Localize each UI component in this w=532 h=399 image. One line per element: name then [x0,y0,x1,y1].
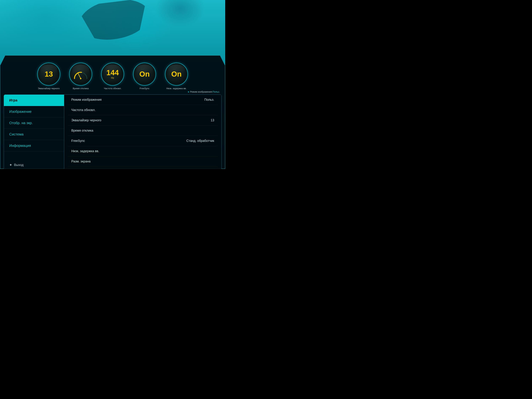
gauge-circle-latency: On [165,63,188,86]
sidebar-item-system[interactable]: Система [4,129,64,140]
menu-row-black-eq-value: 13 [211,119,214,122]
gauge-circle-response [69,63,92,86]
menu-row-freesync-label: FreeSync [71,139,186,143]
menu-row-save[interactable]: Сохран. настройки [68,167,218,169]
gauge-circle-black-eq: 13 [37,63,60,86]
osd-panel: 13 Эквалайзер черного Время отклика [0,55,225,169]
gauge-unit-refresh: Hz [111,76,114,79]
gauge-label-response: Время отклика [73,87,89,90]
left-nav: Игра Изображение Отобр. на экр. Система … [4,95,64,169]
right-content: Режим изображения Польз. Частота обновл.… [64,95,221,169]
sidebar-item-image-label: Изображение [9,110,32,114]
nav-footer: ✦ Выход [4,159,64,169]
gauge-value-latency: On [171,70,182,78]
menu-row-image-mode[interactable]: Режим изображения Польз. [68,95,218,105]
svg-line-0 [78,73,81,79]
sidebar-item-info-label: Информация [9,144,31,147]
sidebar-item-info[interactable]: Информация [4,140,64,152]
gauges-bar: 13 Эквалайзер черного Время отклика [0,57,225,91]
gauge-freesync: On FreeSync [133,63,156,90]
gauge-response-time: Время отклика [69,63,92,90]
speedometer-svg [73,69,89,79]
menu-row-latency-label: Низк. задержка вв. [71,149,214,153]
menu-row-latency[interactable]: Низк. задержка вв. [68,146,218,156]
svg-point-1 [80,78,81,79]
gauge-label-black-eq: Эквалайзер черного [38,87,60,90]
gauge-value-black-eq: 13 [45,70,53,78]
sidebar-item-system-label: Система [9,132,24,136]
menu-row-response[interactable]: Время отклика [68,126,218,136]
menu-row-screen-size-label: Разм. экрана [71,160,214,163]
menu-row-black-eq[interactable]: Эквалайзер черного 13 [68,115,218,126]
menu-row-image-mode-label: Режим изображения [71,98,204,101]
sidebar-item-image[interactable]: Изображение [4,106,64,117]
menu-row-screen-size[interactable]: Разм. экрана [68,156,218,167]
gauge-refresh-rate: 144 Hz Частота обновл. [101,63,124,90]
menu-row-response-label: Время отклика [71,129,214,133]
gauge-circle-freesync: On [133,63,156,86]
exit-label: Выход [14,163,24,167]
menu-row-refresh-label: Частота обновл. [71,108,214,112]
menu-row-black-eq-label: Эквалайзер черного [71,119,211,122]
menu-row-freesync-value: Станд. обработчик [186,139,214,143]
sidebar-item-game[interactable]: Игра [4,95,64,106]
sidebar-item-onscreen-label: Отобр. на экр. [9,121,33,125]
gauge-circle-refresh: 144 Hz [101,63,124,86]
menu-row-freesync[interactable]: FreeSync Станд. обработчик [68,136,218,146]
gauge-value-freesync: On [139,70,150,78]
sidebar-item-on-screen[interactable]: Отобр. на экр. [4,117,64,129]
menu-row-image-mode-value: Польз. [204,98,214,101]
menu-area: Игра Изображение Отобр. на экр. Система … [4,95,222,169]
gauge-label-latency: Низк. задержка вв. [166,87,187,90]
gauge-black-equalizer: 13 Эквалайзер черного [37,63,60,90]
gauge-label-refresh: Частота обновл. [104,87,121,90]
menu-row-refresh[interactable]: Частота обновл. [68,105,218,115]
sidebar-item-game-label: Игра [9,98,17,102]
gauge-low-latency: On Низк. задержка вв. [165,63,188,90]
gauge-value-refresh: 144 [106,69,119,76]
exit-arrow-icon: ✦ [9,163,12,167]
gauge-label-freesync: FreeSync [139,87,150,90]
